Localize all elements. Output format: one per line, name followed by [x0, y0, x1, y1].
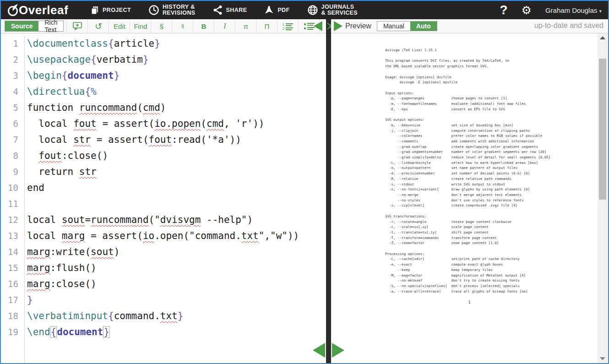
italic-icon: I — [223, 22, 226, 30]
line-number: 7 — [1, 132, 24, 148]
main-split: Source Rich Text ↺ Edit Find § § B I π — [1, 19, 608, 363]
code-line[interactable]: marg:flush() — [27, 260, 326, 276]
code-line[interactable]: local str = assert(fout:read('*a')) — [27, 132, 326, 148]
section-button[interactable]: § — [151, 19, 172, 33]
pdf-text-line — [385, 69, 608, 75]
scroll-down-arrow-icon[interactable] — [600, 357, 605, 360]
line-number: 13 — [1, 228, 24, 244]
pdf-text-line: the XML-based scalable vector graphics f… — [385, 64, 608, 69]
pane-divider[interactable] — [326, 19, 331, 363]
nav-journals-services[interactable]: JOURNALS& SERVICES — [307, 4, 358, 16]
italic-button[interactable]: I — [214, 19, 235, 33]
code-line[interactable]: \end{document} — [27, 324, 326, 340]
svg-text:2: 2 — [283, 27, 285, 30]
line-number: 15 — [1, 260, 24, 276]
code-line[interactable]: function runcommand(cmd) — [27, 100, 326, 116]
pdf-text-line: Usage: dvisvgm [options] dvifile — [385, 75, 608, 80]
line-number: 4 — [1, 84, 24, 100]
scrollbar-thumb[interactable] — [599, 59, 606, 200]
preview-label: Preview — [345, 22, 371, 30]
code-line[interactable]: \verbatiminput{command.txt} — [27, 308, 326, 324]
bold-button[interactable]: B — [193, 19, 214, 33]
collapse-editor-arrow[interactable] — [314, 21, 322, 31]
pdf-text-line: -n, --no-fonts[=variant] draw glyphs by … — [385, 187, 608, 192]
save-status: up-to-date and saved — [534, 22, 604, 30]
expand-right-pane-arrow[interactable] — [332, 343, 344, 358]
line-number: 19 — [1, 324, 24, 340]
pdf-preview[interactable]: dvisvgm (TeX Live) 1.15.1 This program c… — [331, 33, 608, 363]
pdf-text-line: -e, --exact compute exact glyph boxes — [385, 262, 608, 267]
manual-compile-button[interactable]: Manual — [377, 22, 410, 31]
pdf-text-line — [385, 246, 608, 251]
auto-compile-button[interactable]: Auto — [410, 22, 437, 31]
code-area[interactable]: \documentclass{article}\usepackage{verba… — [25, 36, 326, 363]
numbered-list-icon: 12 — [283, 22, 294, 30]
code-line[interactable]: return str — [27, 164, 326, 180]
code-line[interactable]: local sout=runcommand("dvisvgm --help") — [27, 212, 326, 228]
track-changes-button[interactable]: ↺ — [87, 19, 109, 33]
code-line[interactable]: \documentclass{article} — [27, 36, 326, 52]
nav-project[interactable]: PROJECT — [90, 5, 131, 15]
display-math-button[interactable]: Π — [256, 19, 277, 33]
line-number: 14 — [1, 244, 24, 260]
code-line[interactable]: local fout = assert(io.popen(cmd, 'r')) — [27, 116, 326, 132]
pdf-text-line: -L, --linkmark=style select how to mark … — [385, 160, 608, 166]
editor-toolbar: Source Rich Text ↺ Edit Find § § B I π — [1, 19, 326, 33]
pi-icon: π — [244, 22, 248, 30]
code-line[interactable]: end — [27, 180, 326, 196]
code-line[interactable]: \directlua{% — [27, 84, 326, 100]
recompile-play-icon[interactable] — [334, 21, 343, 31]
code-line[interactable] — [27, 196, 326, 212]
line-number: 9 — [1, 164, 24, 180]
line-number: 17 — [1, 292, 24, 308]
code-line[interactable]: fout:close() — [27, 148, 326, 164]
user-name: Graham Douglas — [545, 6, 597, 14]
pdf-text-line: dvisvgm -E [options] epsfile — [385, 80, 608, 85]
code-line[interactable]: } — [27, 292, 326, 308]
pdf-text-line: -a, --trace-all[=retrace] trace all glyp… — [385, 289, 608, 294]
pdf-acrobat-icon — [264, 5, 274, 15]
pdf-text-line: --no-mktexmf don't try to create missing… — [385, 278, 608, 283]
pdf-text-line — [385, 85, 608, 91]
gear-icon[interactable]: ⚙ — [521, 4, 531, 17]
pdf-text-line: -t, --translate=tx[,ty] shift page conte… — [385, 230, 608, 235]
pdf-text-line: SVG transformations: — [385, 214, 608, 219]
line-number: 16 — [1, 276, 24, 292]
pdf-text-line: --grad-segments=number number of color g… — [385, 149, 608, 155]
pdf-text-line: -E, --eps convert an EPS file to SVG — [385, 107, 608, 112]
scroll-up-arrow-icon[interactable] — [600, 36, 605, 39]
inline-math-button[interactable]: π — [235, 19, 256, 33]
help-button[interactable]: ? — [500, 3, 507, 17]
edit-menu-button[interactable]: Edit — [109, 19, 130, 33]
line-number-gutter: 12345678910111213141516171819 — [1, 36, 25, 363]
pdf-text-line: -z, --zip[=level] create compressed .svg… — [385, 203, 608, 208]
pdf-text-line — [385, 112, 608, 117]
pdf-text-line: -c, --scale=sx[,sy] scale page content — [385, 224, 608, 230]
code-line[interactable]: marg:write(sout) — [27, 244, 326, 260]
code-line[interactable]: \begin{document} — [27, 68, 326, 84]
user-menu[interactable]: Graham Douglas ▾ — [545, 6, 602, 14]
pdf-text-line: -T, --transform=commands transform page … — [385, 235, 608, 241]
numbered-list-button[interactable]: 12 — [277, 19, 298, 33]
code-line[interactable]: marg:close() — [27, 276, 326, 292]
nav-pdf[interactable]: PDF — [264, 5, 289, 15]
find-label: Find — [134, 22, 147, 30]
history-clock-icon — [148, 5, 159, 16]
collapse-left-pane-arrow[interactable] — [313, 343, 325, 358]
nav-share[interactable]: SHARE — [213, 5, 247, 15]
code-line[interactable]: local marg = assert(io.open("command.txt… — [27, 228, 326, 244]
code-line[interactable]: \usepackage{verbatim} — [27, 52, 326, 68]
source-mode-button[interactable]: Source — [5, 21, 38, 31]
source-editor[interactable]: 12345678910111213141516171819 \documentc… — [1, 33, 326, 363]
pdf-text-line: -m, --fontmap=filenames evaluate (additi… — [385, 101, 608, 107]
globe-icon — [307, 5, 318, 16]
subsection-button[interactable]: § — [172, 19, 193, 33]
rich-text-mode-button[interactable]: Rich Text — [38, 21, 63, 31]
compile-mode-toggle: Manual Auto — [377, 21, 437, 31]
find-button[interactable]: Find — [130, 19, 151, 33]
nav-history-revisions[interactable]: HISTORY &REVISIONS — [148, 4, 196, 16]
pdf-scrollbar[interactable] — [598, 33, 608, 363]
add-comment-button[interactable] — [66, 19, 87, 33]
overleaf-logo[interactable]: Overleaf — [7, 3, 68, 17]
navbar-right: ? ⚙ Graham Douglas ▾ — [500, 3, 602, 17]
